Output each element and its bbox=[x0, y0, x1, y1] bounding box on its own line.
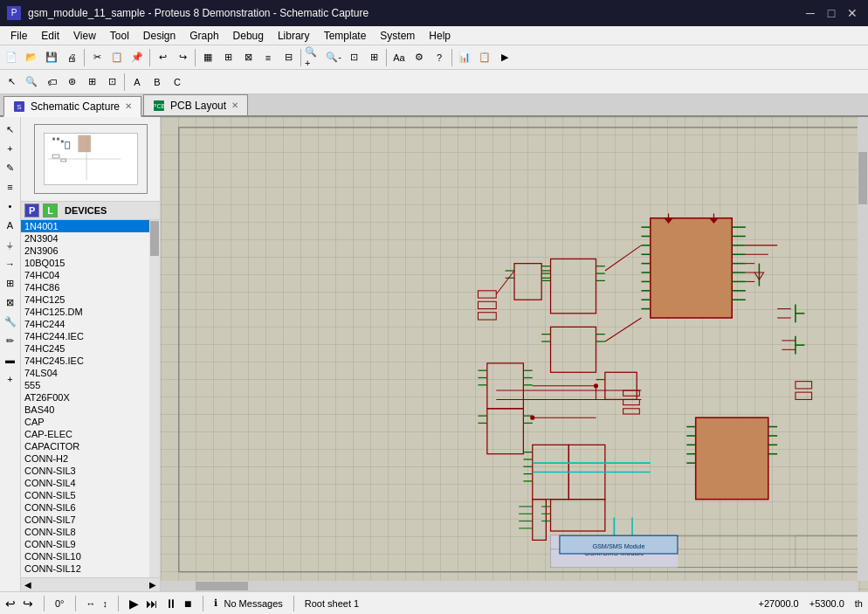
list-item[interactable]: CONN-SIL4 bbox=[21, 477, 160, 489]
list-item[interactable]: 74HC244 bbox=[21, 318, 160, 330]
lt-text[interactable]: ✏ bbox=[2, 332, 19, 349]
tb-zoomfit[interactable]: ⊡ bbox=[344, 48, 363, 67]
play-button[interactable]: ▶ bbox=[129, 597, 139, 611]
minimize-button[interactable]: ─ bbox=[802, 4, 819, 22]
tb-new[interactable]: 📄 bbox=[2, 48, 21, 67]
horizontal-scrollbar[interactable] bbox=[161, 581, 858, 591]
lt-wire[interactable]: ✎ bbox=[2, 159, 19, 176]
list-item[interactable]: 555 bbox=[21, 379, 160, 391]
tb-bus[interactable]: ≡ bbox=[258, 48, 278, 67]
list-item[interactable]: BAS40 bbox=[21, 404, 160, 416]
hscroll-thumb[interactable] bbox=[196, 582, 248, 590]
mode-p-button[interactable]: P bbox=[24, 204, 39, 217]
tab-pcb[interactable]: PCB PCB Layout ✕ bbox=[143, 94, 248, 115]
tb2-b[interactable]: B bbox=[148, 72, 167, 92]
sidebar-nav-right[interactable]: ▶ bbox=[149, 580, 156, 590]
list-item[interactable]: 74HC245 bbox=[21, 342, 160, 355]
menu-system[interactable]: System bbox=[373, 26, 422, 45]
tb-zoomin[interactable]: 🔍+ bbox=[304, 48, 323, 67]
redo-button[interactable]: ↪ bbox=[23, 597, 33, 611]
list-item[interactable]: CONN-SIL12 bbox=[21, 562, 160, 575]
lt-hier[interactable]: ⊞ bbox=[2, 274, 19, 292]
vscroll-thumb[interactable] bbox=[858, 152, 867, 204]
tb2-port[interactable]: ⊡ bbox=[102, 72, 121, 92]
vertical-scrollbar[interactable] bbox=[858, 117, 868, 581]
lt-port[interactable]: → bbox=[2, 255, 19, 273]
tb-paste[interactable]: 📌 bbox=[127, 48, 147, 67]
tb2-tag[interactable]: 🏷 bbox=[42, 72, 61, 92]
tb-cut[interactable]: ✂ bbox=[87, 48, 107, 67]
lt-junction[interactable]: • bbox=[2, 197, 19, 215]
tab-schematic[interactable]: S Schematic Capture ✕ bbox=[3, 96, 141, 117]
tb2-selector[interactable]: ↖ bbox=[2, 72, 21, 92]
lt-add[interactable]: + bbox=[2, 370, 19, 388]
close-button[interactable]: ✕ bbox=[844, 4, 861, 22]
list-item[interactable]: 2N3906 bbox=[21, 245, 160, 257]
lt-label[interactable]: A bbox=[2, 217, 19, 234]
step-button[interactable]: ⏭ bbox=[146, 597, 158, 611]
lt-component[interactable]: + bbox=[2, 140, 19, 157]
list-item[interactable]: CONN-SIL5 bbox=[21, 489, 160, 501]
list-item[interactable]: CONN-SIL7 bbox=[21, 514, 160, 526]
tb-annotate[interactable]: Aa bbox=[389, 48, 409, 67]
list-item[interactable]: 74HC244.IEC bbox=[21, 330, 160, 342]
tb2-bus[interactable]: ⊞ bbox=[82, 72, 101, 92]
menu-help[interactable]: Help bbox=[422, 26, 458, 45]
list-item[interactable]: AT26F00X bbox=[21, 391, 160, 404]
lt-tool[interactable]: 🔧 bbox=[2, 313, 19, 330]
tb-open[interactable]: 📂 bbox=[22, 48, 41, 67]
menu-library[interactable]: Library bbox=[271, 26, 317, 45]
lt-line[interactable]: ▬ bbox=[2, 351, 19, 369]
tb-save[interactable]: 💾 bbox=[42, 48, 61, 67]
list-item[interactable]: 74HC125.DM bbox=[21, 306, 160, 318]
device-list-container[interactable]: 1N4001 2N3904 2N3906 10BQ015 74HC04 74HC… bbox=[21, 220, 160, 577]
tb-copy[interactable]: 📋 bbox=[107, 48, 127, 67]
scrollbar-thumb[interactable] bbox=[150, 221, 159, 256]
list-item[interactable]: ETDLET232B bbox=[21, 575, 160, 577]
menu-edit[interactable]: Edit bbox=[34, 26, 66, 45]
undo-button[interactable]: ↩ bbox=[5, 597, 16, 611]
device-list-scrollbar[interactable] bbox=[149, 220, 160, 577]
list-item[interactable]: CONN-SIL8 bbox=[21, 526, 160, 538]
mode-l-button[interactable]: L bbox=[43, 204, 58, 217]
tb-props[interactable]: ⚙ bbox=[410, 48, 429, 67]
list-item[interactable]: 74HC04 bbox=[21, 269, 160, 281]
list-item[interactable]: CONN-H2 bbox=[21, 452, 160, 465]
tb2-zoom[interactable]: 🔍 bbox=[22, 72, 41, 92]
tb-netlist[interactable]: 📊 bbox=[455, 48, 474, 67]
list-item[interactable]: CAP bbox=[21, 416, 160, 428]
mirror-v-button[interactable]: ↕ bbox=[103, 598, 108, 609]
tb-wire[interactable]: ⊠ bbox=[238, 48, 258, 67]
list-item[interactable]: CAPACITOR bbox=[21, 440, 160, 452]
list-item[interactable]: 74LS04 bbox=[21, 367, 160, 379]
tab-pcb-close[interactable]: ✕ bbox=[231, 100, 238, 110]
lt-select[interactable]: ↖ bbox=[2, 121, 19, 138]
canvas-area[interactable]: GSM/SMS Module bbox=[161, 117, 868, 591]
menu-graph[interactable]: Graph bbox=[183, 26, 225, 45]
tb-block[interactable]: ▦ bbox=[198, 48, 217, 67]
menu-view[interactable]: View bbox=[66, 26, 103, 45]
list-item[interactable]: 10BQ015 bbox=[21, 257, 160, 269]
tb-help[interactable]: ? bbox=[430, 48, 449, 67]
list-item[interactable]: CONN-SIL9 bbox=[21, 538, 160, 550]
tb-zoomout[interactable]: 🔍- bbox=[324, 48, 343, 67]
stop-button[interactable]: ■ bbox=[184, 597, 191, 611]
list-item[interactable]: CONN-SIL3 bbox=[21, 465, 160, 477]
tb-bom[interactable]: 📋 bbox=[475, 48, 494, 67]
lt-power[interactable]: ⏚ bbox=[2, 236, 19, 253]
list-item[interactable]: CAP-ELEC bbox=[21, 428, 160, 440]
menu-debug[interactable]: Debug bbox=[226, 26, 271, 45]
list-item[interactable]: 74HC86 bbox=[21, 281, 160, 293]
mirror-h-button[interactable]: ↔ bbox=[86, 598, 96, 609]
list-item[interactable]: 74HC125 bbox=[21, 293, 160, 306]
tab-schematic-close[interactable]: ✕ bbox=[125, 101, 132, 111]
tb-zoomall[interactable]: ⊞ bbox=[364, 48, 383, 67]
list-item[interactable]: CONN-SIL10 bbox=[21, 550, 160, 562]
tb2-probe[interactable]: ⊛ bbox=[62, 72, 81, 92]
menu-tool[interactable]: Tool bbox=[103, 26, 136, 45]
maximize-button[interactable]: □ bbox=[823, 4, 840, 22]
menu-design[interactable]: Design bbox=[136, 26, 183, 45]
sidebar-nav-left[interactable]: ◀ bbox=[24, 580, 31, 590]
list-item[interactable]: 1N4001 bbox=[21, 220, 160, 232]
tb-redo[interactable]: ↪ bbox=[173, 48, 192, 67]
